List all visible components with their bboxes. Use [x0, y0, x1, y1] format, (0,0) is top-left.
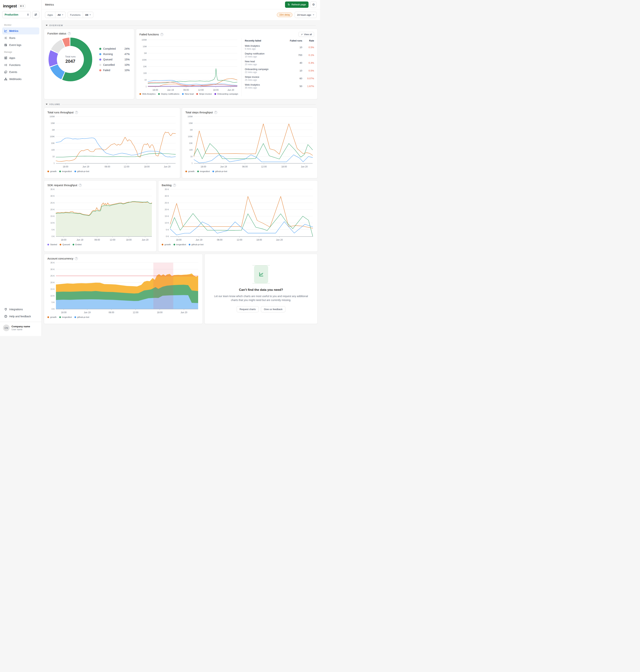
environment-select[interactable]: Production [2, 11, 31, 18]
failed-functions-panel: Failed functions ? ↗ View all 11010010K1… [136, 29, 318, 99]
section-divider [65, 25, 316, 26]
svg-text:25 K: 25 K [50, 275, 55, 277]
legend-dot-icon [73, 244, 74, 245]
legend-item[interactable]: inngestbot [174, 243, 186, 246]
svg-text:Jun 19: Jun 19 [220, 166, 227, 168]
svg-text:20 K: 20 K [50, 281, 55, 284]
legend-item[interactable]: growth [47, 170, 57, 172]
command-k-shortcut[interactable]: ⌘ K [18, 4, 26, 8]
svg-text:06:00: 06:00 [242, 166, 248, 168]
table-row[interactable]: Stripe invoice25 mins ago600.07% [245, 75, 314, 83]
time-range-select[interactable]: 24 hours ago [295, 12, 317, 18]
legend-item[interactable]: Stripe invoice [196, 93, 212, 95]
function-status-donut: Total runs 2047 [48, 38, 92, 81]
help-icon[interactable]: ? [214, 111, 217, 114]
legend-item[interactable]: inngestbot [197, 170, 210, 172]
sidebar-item-event-logs[interactable]: Event logs [2, 42, 39, 48]
table-row[interactable]: Web Analytics5 mins ago100.5% [245, 44, 314, 51]
svg-text:100: 100 [189, 149, 193, 151]
svg-text:25 K: 25 K [50, 202, 55, 204]
table-row[interactable]: Deploy notification10 mins ago7000.1% [245, 51, 314, 59]
legend-item[interactable]: Deploy notifications [158, 93, 179, 95]
svg-text:12:00: 12:00 [237, 239, 242, 241]
sidebar-item-apps[interactable]: Apps [2, 55, 39, 61]
legend-item[interactable]: github-pr-bot [213, 170, 227, 172]
backlog-chart-legend: growthinngestbotgithub-pr-bot [162, 243, 314, 246]
svg-text:35 K: 35 K [50, 188, 55, 190]
legend-item[interactable]: Queued [60, 243, 70, 246]
legend-dot-icon [182, 93, 184, 95]
legend-item[interactable]: New lead [182, 93, 194, 95]
environment-filter-button[interactable] [32, 11, 39, 18]
content-area: OVERVIEW Function status ? Total runs [42, 20, 320, 336]
profile-menu[interactable]: CN Company name User name [0, 322, 42, 334]
refresh-page-button[interactable]: ↻ Refresh page [285, 1, 308, 8]
request-charts-button[interactable]: Request charts [237, 306, 259, 312]
svg-text:12:00: 12:00 [261, 166, 267, 168]
svg-text:10K: 10K [51, 142, 55, 144]
legend-dot-icon [59, 171, 61, 172]
svg-text:30 K: 30 K [50, 195, 55, 197]
total-runs-chart: 11010010K100K1M10M100M18:00Jun 1906:0012… [47, 115, 177, 168]
settings-button[interactable]: ⚙ [310, 1, 317, 8]
svg-text:18:00: 18:00 [213, 89, 219, 91]
legend-item[interactable]: github-pr-bot [74, 170, 89, 172]
svg-text:100M: 100M [187, 115, 193, 118]
legend-dot-icon [47, 316, 49, 318]
legend-dot-icon [99, 48, 101, 50]
sidebar-item-runs[interactable]: Runs [2, 34, 39, 42]
help-icon[interactable]: ? [173, 184, 176, 187]
failed-functions-chart: 11010010K100K1M10M100M18:00Jun 1906:0012… [140, 38, 239, 91]
legend-item[interactable]: growth [162, 243, 171, 246]
functions-filter[interactable]: Functions All [68, 12, 93, 18]
sidebar-item-webhooks[interactable]: Webhooks [2, 75, 39, 83]
svg-text:12:00: 12:00 [124, 166, 129, 168]
help-icon[interactable]: ? [160, 33, 163, 36]
table-row[interactable]: New lead20 mins ago400.3% [245, 59, 314, 67]
backlog-chart: 35 K30 K25 K20 K15 K10 K5 K0 K18:00Jun 1… [162, 187, 314, 241]
legend-item[interactable]: Started [47, 243, 57, 246]
sidebar-item-functions[interactable]: Functions [2, 61, 39, 69]
svg-text:15 K: 15 K [50, 215, 55, 217]
help-icon[interactable]: ? [75, 111, 78, 114]
function-status-panel: Function status ? Total runs 2047 Comple… [44, 29, 134, 99]
legend-item[interactable]: inngestbot [59, 170, 72, 172]
legend-item[interactable]: growth [47, 316, 57, 318]
table-row[interactable]: Onboarding campaign22 mins ago100.5% [245, 67, 314, 75]
sidebar-item-metrics[interactable]: Metrics [2, 27, 39, 34]
top-bar: Metrics ↻ Refresh page ⚙ [42, 0, 320, 9]
sdk-request-chart: 35 K30 K25 K20 K15 K10 K5 K0 K18:00Jun 1… [47, 187, 153, 241]
legend-item[interactable]: growth [185, 170, 195, 172]
table-row[interactable]: Web Analytics35 mins ago501.67% [245, 83, 314, 90]
svg-text:35 K: 35 K [165, 188, 169, 190]
legend-item[interactable]: Web Analytics [140, 93, 156, 95]
volume-section-header[interactable]: VOLUME [44, 101, 318, 108]
col-recently-failed: Recently failed [245, 40, 287, 42]
legend-item[interactable]: Onboarding campaign [215, 93, 238, 95]
svg-text:35 K: 35 K [50, 261, 55, 264]
legend-item[interactable]: Ended [73, 243, 82, 246]
help-icon[interactable]: ? [68, 32, 71, 35]
overview-section-header[interactable]: OVERVIEW [44, 23, 318, 29]
svg-text:10 K: 10 K [50, 222, 55, 224]
functions-filter-value: All [85, 14, 88, 16]
legend-item[interactable]: github-pr-bot [189, 243, 204, 246]
svg-text:100K: 100K [142, 59, 147, 61]
sidebar-item-events[interactable]: Events [2, 69, 39, 75]
help-icon[interactable]: ? [79, 184, 82, 187]
sidebar-item-help-feedback[interactable]: Help and feedback [2, 313, 39, 320]
legend-item[interactable]: inngestbot [59, 316, 72, 318]
apps-filter[interactable]: Apps All [45, 12, 66, 18]
svg-text:Jun 19: Jun 19 [76, 239, 83, 241]
sidebar-item-integrations[interactable]: Integrations [2, 306, 39, 313]
give-feedback-button[interactable]: Give us feedback [261, 306, 285, 312]
svg-text:Jun 20: Jun 20 [301, 166, 308, 168]
chart-placeholder-icon [254, 266, 268, 283]
legend-item[interactable]: github-pr-bot [74, 316, 89, 318]
status-legend-item: Completed24% [99, 47, 130, 50]
total-steps-chart: 11010010K100K1M10M100M18:00Jun 1906:0012… [185, 115, 314, 168]
functions-filter-label: Functions [68, 12, 83, 18]
help-icon[interactable]: ? [75, 257, 78, 260]
view-all-button[interactable]: ↗ View all [299, 32, 314, 37]
inngest-logo: inngest [3, 4, 17, 9]
